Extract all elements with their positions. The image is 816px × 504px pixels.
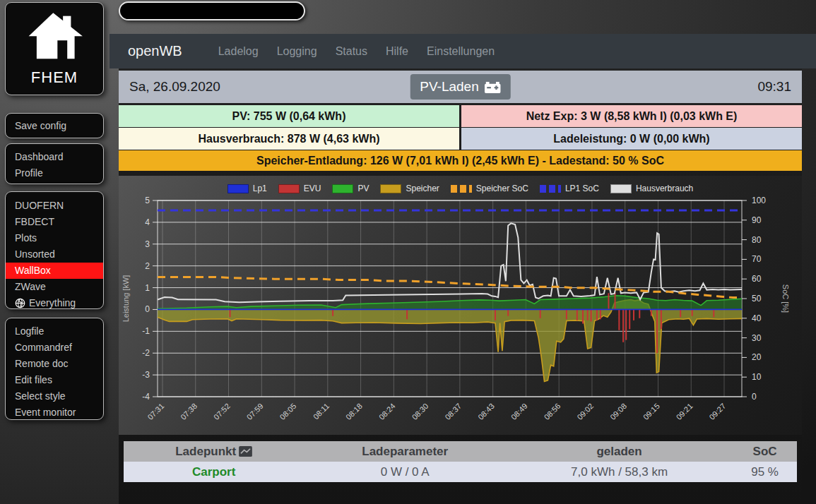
- y-right-tick-label: 100: [752, 196, 766, 205]
- room-label: FBDECT: [15, 216, 54, 227]
- cell-ladeparameter: 0 W / 0 A: [304, 462, 506, 482]
- x-tick-label: 09:15: [641, 402, 661, 421]
- legend-swatch: [540, 185, 561, 193]
- x-tick-label: 07:52: [212, 402, 232, 421]
- x-tick-label: 08:05: [278, 402, 298, 421]
- x-tick-label: 07:59: [245, 402, 265, 421]
- nav-item-hilfe[interactable]: Hilfe: [377, 45, 418, 58]
- charge-mode-button[interactable]: PV-Laden: [410, 74, 510, 100]
- cell-ladepunkt: Carport: [124, 462, 304, 482]
- col-header-label: Ladepunkt: [175, 445, 236, 458]
- fhem-room-wallbox[interactable]: WallBox: [6, 263, 103, 279]
- fhem-room-fbdect[interactable]: FBDECT: [6, 214, 103, 230]
- fhem-nav-item-profile[interactable]: Profile: [6, 165, 103, 181]
- fhem-room-unsorted[interactable]: Unsorted: [6, 246, 103, 263]
- grid-status-bar: Netz Exp: 3 W (8,58 kWh I) (0,03 kWh E): [461, 105, 802, 127]
- x-tick-label: 08:43: [476, 402, 496, 421]
- legend-label: EVU: [304, 184, 321, 193]
- legend-item-lp1-soc[interactable]: LP1 SoC: [540, 184, 599, 193]
- cell-geladen: 7,0 kWh / 58,3 km: [506, 462, 733, 482]
- x-tick-label: 08:56: [543, 402, 562, 421]
- charge-status-bar: Ladeleistung: 0 W (0,00 kWh): [461, 128, 802, 150]
- legend-item-lp1[interactable]: Lp1: [227, 184, 267, 193]
- room-label: Unsorted: [15, 248, 55, 260]
- y-left-tick-label: 4: [145, 217, 150, 227]
- fhem-sidebar: FHEM Save config DashboardProfile DUOFER…: [0, 0, 110, 504]
- fhem-tools-list: LogfileCommandrefRemote docEdit filesSel…: [6, 323, 103, 420]
- nav-item-logging[interactable]: Logging: [268, 45, 326, 58]
- fhem-rooms-list: DUOFERNFBDECTPlotsUnsortedWallBoxZWaveEv…: [6, 198, 103, 309]
- fhem-logo-label: FHEM: [6, 68, 103, 87]
- room-label: Plots: [15, 232, 37, 244]
- house-icon: [23, 10, 85, 65]
- legend-item-speicher[interactable]: Speicher: [380, 184, 439, 193]
- x-tick-label: 08:11: [312, 402, 331, 421]
- power-chart: Lp1EVUPVSpeicherSpeicher SoCLP1 SoCHausv…: [119, 176, 802, 435]
- legend-swatch: [451, 185, 472, 193]
- nav-item-ladelog[interactable]: Ladelog: [209, 45, 268, 58]
- y-right-tick-label: 70: [752, 254, 762, 264]
- car-battery-icon: [485, 81, 501, 93]
- legend-item-speicher-soc[interactable]: Speicher SoC: [451, 184, 528, 193]
- legend-item-evu[interactable]: EVU: [278, 184, 321, 193]
- fhem-rooms-box: DUOFERNFBDECTPlotsUnsortedWallBoxZWaveEv…: [5, 191, 104, 309]
- fhem-tool-commandref[interactable]: Commandref: [6, 340, 103, 356]
- y-right-axis-title: SoC [%]: [781, 284, 790, 313]
- x-tick-label: 09:08: [608, 402, 628, 421]
- y-right-tick-label: 30: [752, 333, 762, 343]
- header-bar: Sa, 26.09.2020 PV-Laden 09:31: [119, 71, 802, 103]
- fhem-nav-box: DashboardProfile: [5, 143, 104, 184]
- fhem-tool-select-style[interactable]: Select style: [6, 388, 103, 404]
- fhem-command-input[interactable]: [119, 1, 305, 20]
- power-chart-svg[interactable]: 07:3107:3807:5207:5908:0508:1108:1808:24…: [119, 195, 790, 430]
- fhem-room-everything[interactable]: Everything: [6, 295, 103, 309]
- x-tick-label: 08:24: [377, 402, 397, 421]
- y-left-tick-label: -2: [142, 348, 150, 358]
- room-label: WallBox: [15, 265, 51, 276]
- y-left-tick-label: -3: [142, 370, 150, 380]
- y-right-tick-label: 0: [752, 392, 757, 402]
- fhem-tool-remote-doc[interactable]: Remote doc: [6, 356, 103, 372]
- y-left-tick-label: -4: [142, 392, 150, 402]
- x-tick-label: 08:30: [410, 402, 430, 421]
- y-right-tick-label: 20: [752, 352, 762, 362]
- nav-item-einstellungen[interactable]: Einstellungen: [418, 45, 504, 58]
- x-tick-label: 08:37: [443, 402, 463, 421]
- fhem-room-duofern[interactable]: DUOFERN: [6, 198, 103, 214]
- legend-item-pv[interactable]: PV: [332, 184, 369, 193]
- fhem-nav-item-dashboard[interactable]: Dashboard: [6, 149, 103, 165]
- y-right-tick-label: 50: [752, 294, 762, 304]
- openwb-content: Sa, 26.09.2020 PV-Laden 09:31 PV: 755 W …: [119, 68, 802, 504]
- fhem-tool-event-monitor[interactable]: Event monitor: [6, 404, 103, 420]
- x-tick-label: 07:31: [146, 402, 165, 421]
- y-left-tick-label: 5: [145, 196, 150, 205]
- x-tick-label: 09:02: [575, 402, 595, 421]
- fhem-room-zwave[interactable]: ZWave: [6, 279, 103, 295]
- fhem-nav-list: DashboardProfile: [6, 149, 103, 181]
- room-label: DUOFERN: [15, 200, 64, 211]
- openwb-navbar: openWB LadelogLoggingStatusHilfeEinstell…: [110, 34, 816, 68]
- openwb-brand[interactable]: openWB: [128, 43, 182, 59]
- charge-mode-label: PV-Laden: [420, 79, 478, 95]
- legend-swatch: [227, 184, 249, 193]
- col-header-label: Ladeparameter: [362, 445, 448, 458]
- save-config-button[interactable]: Save config: [5, 113, 104, 138]
- legend-label: Speicher: [406, 184, 439, 193]
- y-left-axis-title: Leistung [kW]: [122, 275, 130, 323]
- col-header-ladeparameter: Ladeparameter: [304, 441, 506, 462]
- fhem-tool-edit-files[interactable]: Edit files: [6, 372, 103, 388]
- fhem-logo[interactable]: FHEM: [5, 2, 104, 95]
- legend-item-hausverbrauch[interactable]: Hausverbrauch: [610, 184, 693, 193]
- status-bars: PV: 755 W (0,64 kWh) Netz Exp: 3 W (8,58…: [119, 105, 802, 171]
- table-row[interactable]: Carport0 W / 0 A7,0 kWh / 58,3 km95 %: [124, 462, 797, 482]
- y-left-tick-label: 1: [145, 283, 150, 293]
- fhem-tool-logfile[interactable]: Logfile: [6, 323, 103, 340]
- legend-label: Lp1: [253, 184, 267, 193]
- nav-item-status[interactable]: Status: [326, 45, 377, 58]
- x-tick-label: 09:27: [707, 402, 727, 421]
- house-status-bar: Hausverbrauch: 878 W (4,63 kWh): [119, 128, 459, 150]
- fhem-room-plots[interactable]: Plots: [6, 230, 103, 246]
- room-label: ZWave: [15, 281, 46, 292]
- x-tick-label: 09:21: [675, 402, 694, 421]
- y-left-tick-label: 2: [145, 261, 150, 271]
